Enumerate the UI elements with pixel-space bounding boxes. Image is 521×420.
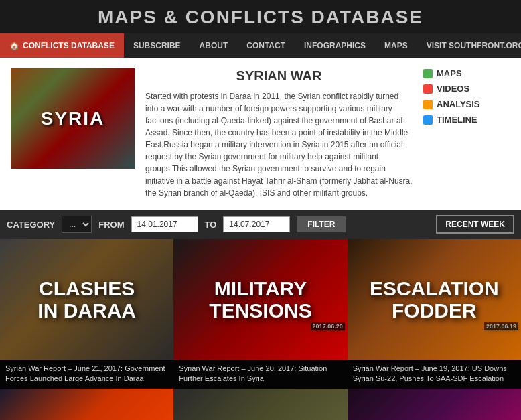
maps-dot [423, 69, 433, 78]
article-caption-2: Syrian War Report – June 20, 2017: Situa… [173, 360, 347, 389]
main-nav: 🏠 CONFLICTS DATABASE SUBSCRIBE ABOUT CON… [0, 33, 521, 58]
timeline-dot [423, 115, 433, 125]
from-input[interactable] [131, 216, 198, 232]
site-title: MAPS & CONFLICTS DATABASE [0, 7, 521, 28]
nav-label: VISIT SOUTHFRONT.ORG [427, 41, 521, 50]
sidebar-links: MAPS VIDEOS ANALYSIS TIMELINE [423, 68, 510, 199]
article-img-1: CLASHESIN DARAA [0, 239, 173, 360]
analysis-label: ANALYSIS [437, 99, 480, 109]
date-badge-3: 2017.06.19 [484, 322, 518, 330]
recent-week-button[interactable]: RECENT WEEK [436, 215, 514, 234]
article-img-text-2: MILITARYTENSIONS [202, 271, 318, 328]
to-input[interactable] [223, 216, 290, 232]
nav-label: ABOUT [200, 41, 228, 50]
article-grid: CLASHESIN DARAA Syrian War Report – June… [0, 239, 521, 420]
nav-about[interactable]: ABOUT [190, 33, 238, 58]
nav-label: INFOGRAPHICS [304, 41, 366, 50]
sidebar-analysis[interactable]: ANALYSIS [423, 99, 510, 109]
nav-contact[interactable]: CONTACT [237, 33, 295, 58]
article-img-4: DIRE [0, 389, 173, 420]
timeline-label: TIMELINE [437, 115, 477, 125]
to-label: TO [205, 220, 217, 230]
nav-subscribe[interactable]: SUBSCRIBE [124, 33, 190, 58]
analysis-dot [423, 100, 433, 109]
sidebar-maps[interactable]: MAPS [423, 68, 510, 78]
videos-label: VIDEOS [437, 84, 469, 94]
nav-infographics[interactable]: INFOGRAPHICS [295, 33, 375, 58]
category-select[interactable]: ... [62, 216, 92, 233]
home-icon: 🏠 [9, 41, 19, 50]
date-badge-2: 2017.06.20 [311, 322, 345, 330]
nav-visit-southfront[interactable]: VISIT SOUTHFRONT.ORG [417, 33, 521, 58]
war-title: SYRIAN WAR [145, 68, 413, 84]
war-thumbnail: SYRIA [11, 68, 135, 169]
article-card-6[interactable]: ▪ ▪ ▪ [348, 389, 521, 420]
from-label: FROM [98, 220, 124, 230]
category-label: CATEGORY [7, 220, 55, 230]
sidebar-timeline[interactable]: TIMELINE [423, 115, 510, 125]
article-caption-3: Syrian War Report – June 19, 2017: US Do… [348, 360, 521, 389]
nav-conflicts-database[interactable]: 🏠 CONFLICTS DATABASE [0, 33, 124, 58]
article-card-4[interactable]: DIRE [0, 389, 173, 420]
nav-label: CONFLICTS DATABASE [23, 41, 115, 50]
article-caption-1: Syrian War Report – June 21, 2017: Gover… [0, 360, 173, 389]
war-thumbnail-text: SYRIA [41, 108, 105, 129]
war-description-area: SYRIAN WAR Started with protests in Dara… [145, 68, 413, 199]
article-img-text-1: CLASHESIN DARAA [31, 271, 143, 328]
article-card-2[interactable]: MILITARYTENSIONS 2017.06.20 Syrian War R… [173, 239, 347, 389]
filter-bar: CATEGORY ... FROM TO FILTER RECENT WEEK [0, 210, 521, 239]
article-card-1[interactable]: CLASHESIN DARAA Syrian War Report – June… [0, 239, 173, 389]
site-header: MAPS & CONFLICTS DATABASE [0, 0, 521, 33]
war-content-area: SYRIA SYRIAN WAR Started with protests i… [0, 58, 521, 210]
nav-label: CONTACT [246, 41, 285, 50]
maps-label: MAPS [437, 68, 462, 78]
videos-dot [423, 84, 433, 94]
nav-maps[interactable]: MAPS [375, 33, 417, 58]
article-card-5[interactable]: ▪ ▪ ▪ [173, 389, 347, 420]
sidebar-videos[interactable]: VIDEOS [423, 84, 510, 94]
article-img-2: MILITARYTENSIONS 2017.06.20 [173, 239, 347, 360]
article-img-6: ▪ ▪ ▪ [348, 389, 521, 420]
article-img-3: ESCALATIONFODDER 2017.06.19 [348, 239, 521, 360]
nav-label: MAPS [384, 41, 408, 50]
nav-label: SUBSCRIBE [133, 41, 181, 50]
article-img-text-3: ESCALATIONFODDER [363, 271, 506, 328]
war-description: Started with protests in Daraa in 2011, … [145, 90, 413, 199]
article-img-5: ▪ ▪ ▪ [173, 389, 347, 420]
article-card-3[interactable]: ESCALATIONFODDER 2017.06.19 Syrian War R… [348, 239, 521, 389]
filter-button[interactable]: FILTER [297, 216, 346, 232]
